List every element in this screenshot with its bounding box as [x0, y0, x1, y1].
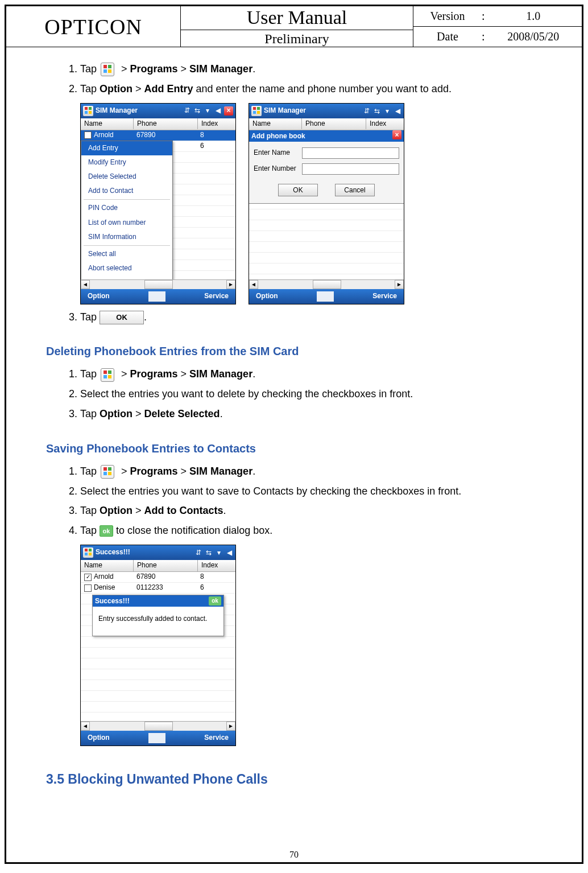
window-title: SIM Manager	[96, 105, 181, 116]
page-frame: OPTICON User Manual Preliminary Version …	[5, 5, 583, 864]
programs-link: Programs	[130, 63, 178, 75]
doc-title: User Manual	[181, 7, 413, 30]
ok-button[interactable]: ok	[209, 596, 221, 606]
h-scrollbar[interactable]: ◄ ►	[81, 279, 235, 289]
volume-icon: ◀	[214, 106, 222, 114]
menu-delete-selected[interactable]: Delete Selected	[81, 170, 172, 184]
menu-add-entry[interactable]: Add Entry	[81, 141, 172, 155]
h-scrollbar[interactable]: ◄ ►	[249, 279, 404, 289]
date-label: Date	[425, 30, 470, 43]
column-headers: Name Phone Index	[81, 560, 235, 572]
col-phone[interactable]: Phone	[134, 560, 198, 571]
table-row[interactable]: Denise 0112233 6	[81, 583, 235, 594]
signal-icon: ▾	[204, 106, 212, 114]
status-icon: ⇵	[183, 106, 191, 114]
version-row: Version : 1.0	[418, 9, 577, 24]
label-enter-number: Enter Number	[254, 163, 296, 174]
col-name[interactable]: Name	[81, 560, 134, 571]
scroll-left-icon[interactable]: ◄	[249, 280, 258, 289]
scroll-left-icon[interactable]: ◄	[81, 280, 90, 289]
close-icon[interactable]: ×	[224, 106, 233, 116]
brand: OPTICON	[6, 6, 181, 47]
screenshot-success-dialog: Success!!! ⇵ ⇆ ▾ ◀ Name Phone Index Arno…	[80, 545, 236, 746]
status-icon: ⇆	[373, 107, 381, 115]
softkey-service[interactable]: Service	[372, 291, 397, 302]
version-label: Version	[425, 10, 470, 23]
deleting-step-2: Select the entries you want to delete by…	[80, 386, 553, 402]
soft-key-bar: Option Service	[81, 289, 235, 304]
saving-steps: Tap > Programs > SIM Manager. Select the…	[46, 463, 553, 539]
status-icon: ⇆	[193, 106, 201, 114]
col-phone[interactable]: Phone	[134, 118, 198, 129]
soft-key-bar: Option Service	[249, 289, 404, 304]
saving-step-2: Select the entries you want to save to C…	[80, 483, 553, 500]
sim-manager-link: SIM Manager	[189, 63, 252, 75]
date-value: 2008/05/20	[496, 30, 570, 43]
version-value: 1.0	[496, 10, 570, 23]
ok-button[interactable]: OK	[100, 311, 144, 324]
softkey-service[interactable]: Service	[204, 291, 229, 302]
softkey-service[interactable]: Service	[204, 732, 229, 743]
column-headers: Name Phone Index	[249, 118, 404, 130]
start-icon[interactable]	[251, 106, 262, 116]
menu-pin-code[interactable]: PIN Code	[81, 201, 172, 215]
titlebar: Success!!! ⇵ ⇆ ▾ ◀	[81, 545, 235, 560]
col-phone[interactable]: Phone	[302, 118, 366, 129]
menu-abort-selected[interactable]: Abort selected	[81, 261, 172, 275]
ok-button[interactable]: OK	[278, 184, 318, 196]
scroll-right-icon[interactable]: ►	[226, 280, 235, 289]
softkey-option[interactable]: Option	[88, 291, 110, 302]
keyboard-icon[interactable]	[317, 291, 334, 302]
scroll-thumb[interactable]	[313, 280, 341, 289]
heading-blocking: 3.5 Blocking Unwanted Phone Calls	[46, 769, 553, 790]
input-enter-number[interactable]	[302, 163, 399, 175]
softkey-option[interactable]: Option	[256, 291, 278, 302]
doc-subtitle: Preliminary	[181, 30, 413, 47]
table-row[interactable]: Arnold 67890 8	[81, 130, 235, 141]
add-entry-step-1: Tap > Programs > SIM Manager.	[80, 61, 553, 77]
scroll-right-icon[interactable]: ►	[395, 280, 404, 289]
table-row[interactable]: Arnold 67890 8	[81, 572, 235, 583]
deleting-steps: Tap > Programs > SIM Manager. Select the…	[46, 366, 553, 422]
col-name[interactable]: Name	[81, 118, 134, 129]
menu-modify-entry[interactable]: Modify Entry	[81, 155, 172, 170]
scroll-thumb[interactable]	[144, 722, 173, 731]
menu-add-to-contact[interactable]: Add to Contact	[81, 184, 172, 198]
checkbox[interactable]	[84, 574, 92, 581]
menu-select-all[interactable]: Select all	[81, 247, 172, 261]
h-scrollbar[interactable]: ◄ ►	[81, 721, 235, 731]
start-icon[interactable]	[83, 547, 93, 558]
saving-step-4: Tap ok to close the notification dialog …	[80, 522, 553, 539]
start-icon	[101, 368, 114, 382]
col-index[interactable]: Index	[366, 118, 404, 129]
ok-icon: ok	[100, 525, 113, 537]
signal-icon: ▾	[383, 107, 391, 115]
scroll-right-icon[interactable]: ►	[226, 722, 235, 731]
keyboard-icon[interactable]	[148, 733, 165, 743]
scroll-left-icon[interactable]: ◄	[81, 722, 90, 731]
menu-own-number[interactable]: List of own number	[81, 216, 172, 230]
screenshot-add-phonebook-dialog: SIM Manager ⇵ ⇆ ▾ ◀ Name Phone Index	[249, 103, 404, 304]
volume-icon: ◀	[225, 549, 233, 557]
softkey-option[interactable]: Option	[88, 732, 110, 743]
checkbox[interactable]	[84, 584, 92, 592]
dialog-title: Add phone book	[251, 130, 305, 142]
input-enter-name[interactable]	[302, 147, 399, 159]
soft-key-bar: Option Service	[81, 731, 235, 746]
menu-refresh[interactable]: Refresh	[81, 275, 172, 279]
col-index[interactable]: Index	[198, 560, 235, 571]
scroll-thumb[interactable]	[144, 280, 173, 289]
checkbox[interactable]	[84, 131, 92, 139]
close-icon[interactable]: ×	[392, 130, 401, 139]
deleting-step-3: Tap Option > Delete Selected.	[80, 406, 553, 422]
window-title: SIM Manager	[264, 105, 361, 116]
cancel-button[interactable]: Cancel	[335, 184, 375, 196]
keyboard-icon[interactable]	[148, 291, 165, 302]
col-name[interactable]: Name	[249, 118, 302, 129]
start-icon[interactable]	[83, 106, 93, 116]
menu-sim-info[interactable]: SIM Information	[81, 230, 172, 244]
add-entry-step-3: Tap OK.	[80, 309, 553, 326]
screenshot-sim-manager-menu: SIM Manager ⇵ ⇆ ▾ ◀ × Name Phone Index	[80, 103, 236, 304]
col-index[interactable]: Index	[198, 118, 235, 129]
start-icon	[101, 63, 114, 76]
